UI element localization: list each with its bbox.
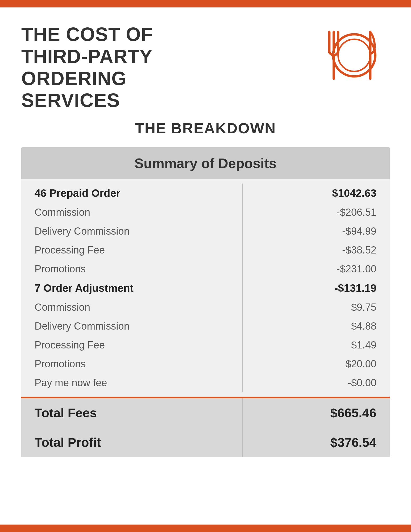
- deposit-table: 46 Prepaid Order $1042.63 Commission -$2…: [21, 179, 390, 398]
- adjustment-delivery-commission-value: $4.88: [242, 317, 390, 336]
- top-bar: [0, 0, 411, 7]
- adjustment-processing-fee-value: $1.49: [242, 336, 390, 355]
- totals-section: Total Fees $665.46 Total Profit $376.54: [21, 398, 390, 457]
- total-fees-row: Total Fees $665.46: [21, 398, 390, 428]
- adjustment-pay-me-now-label: Pay me now fee: [21, 373, 242, 392]
- svg-point-5: [338, 39, 370, 72]
- summary-header-title: Summary of Deposits: [134, 156, 277, 171]
- spacer-row: [21, 179, 390, 184]
- adjustment-processing-fee-label: Processing Fee: [21, 336, 242, 355]
- adjustment-promotions-label: Promotions: [21, 355, 242, 373]
- prepaid-delivery-commission-value: -$94.99: [242, 222, 390, 241]
- prepaid-order-value: $1042.63: [242, 184, 390, 203]
- adjustment-processing-fee-row: Processing Fee $1.49: [21, 336, 390, 355]
- prepaid-order-label: 46 Prepaid Order: [21, 184, 242, 203]
- dining-icon: [321, 26, 379, 86]
- totals-table: Total Fees $665.46 Total Profit $376.54: [21, 398, 390, 457]
- prepaid-processing-fee-label: Processing Fee: [21, 241, 242, 260]
- bottom-spacer-row: [21, 392, 390, 397]
- adjustment-pay-me-now-value: -$0.00: [242, 373, 390, 392]
- prepaid-delivery-commission-label: Delivery Commission: [21, 222, 242, 241]
- prepaid-commission-row: Commission -$206.51: [21, 203, 390, 222]
- svg-point-4: [333, 34, 375, 76]
- adjustment-order-value: -$131.19: [242, 279, 390, 298]
- adjustment-delivery-commission-row: Delivery Commission $4.88: [21, 317, 390, 336]
- adjustment-commission-value: $9.75: [242, 298, 390, 317]
- header-section: THE COST OF THIRD-PARTY ORDERING SERVICE…: [21, 23, 390, 111]
- total-profit-label: Total Profit: [21, 428, 242, 457]
- main-title: THE COST OF THIRD-PARTY ORDERING SERVICE…: [21, 23, 207, 111]
- adjustment-order-row: 7 Order Adjustment -$131.19: [21, 279, 390, 298]
- prepaid-order-row: 46 Prepaid Order $1042.63: [21, 184, 390, 203]
- adjustment-promotions-value: $20.00: [242, 355, 390, 373]
- adjustment-commission-label: Commission: [21, 298, 242, 317]
- adjustment-commission-row: Commission $9.75: [21, 298, 390, 317]
- total-fees-value: $665.46: [242, 398, 390, 428]
- total-profit-value: $376.54: [242, 428, 390, 457]
- prepaid-processing-fee-value: -$38.52: [242, 241, 390, 260]
- prepaid-promotions-row: Promotions -$231.00: [21, 260, 390, 279]
- adjustment-pay-me-now-row: Pay me now fee -$0.00: [21, 373, 390, 392]
- prepaid-promotions-label: Promotions: [21, 260, 242, 279]
- summary-header: Summary of Deposits: [21, 147, 390, 179]
- total-fees-label: Total Fees: [21, 398, 242, 428]
- prepaid-processing-fee-row: Processing Fee -$38.52: [21, 241, 390, 260]
- summary-card: Summary of Deposits 46 Prepaid Order $10…: [21, 147, 390, 457]
- breakdown-title: THE BREAKDOWN: [21, 119, 390, 137]
- prepaid-commission-label: Commission: [21, 203, 242, 222]
- prepaid-commission-value: -$206.51: [242, 203, 390, 222]
- bottom-bar: [0, 525, 411, 532]
- adjustment-order-label: 7 Order Adjustment: [21, 279, 242, 298]
- total-profit-row: Total Profit $376.54: [21, 428, 390, 457]
- adjustment-delivery-commission-label: Delivery Commission: [21, 317, 242, 336]
- adjustment-promotions-row: Promotions $20.00: [21, 355, 390, 373]
- prepaid-delivery-commission-row: Delivery Commission -$94.99: [21, 222, 390, 241]
- summary-body: 46 Prepaid Order $1042.63 Commission -$2…: [21, 179, 390, 457]
- prepaid-promotions-value: -$231.00: [242, 260, 390, 279]
